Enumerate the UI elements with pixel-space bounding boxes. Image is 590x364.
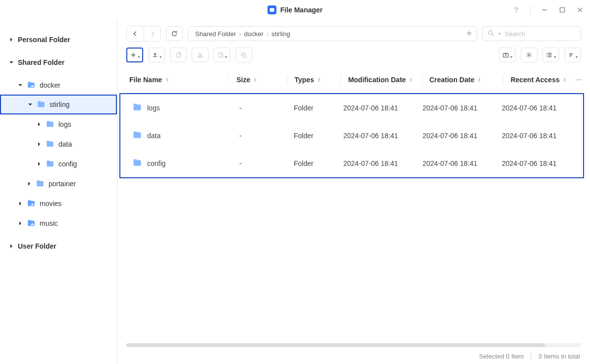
- folder-share-icon: [27, 199, 36, 208]
- search-icon: [487, 30, 494, 38]
- breadcrumb-item[interactable]: docker: [241, 30, 267, 38]
- svg-text:?: ?: [514, 6, 518, 14]
- app-title: File Manager: [280, 6, 323, 14]
- table-row[interactable]: logs - Folder 2024-07-06 18:41 2024-07-0…: [120, 94, 583, 122]
- folder-icon: [132, 130, 142, 142]
- col-header-type[interactable]: Types ▲▼: [295, 76, 341, 84]
- sort-icon: ▲▼: [317, 77, 321, 82]
- col-header-modified[interactable]: Modification Date ▲▼: [348, 76, 422, 84]
- folder-icon: [132, 103, 142, 114]
- table-header: File Name ▲▼ Size ▲▼ Types ▲▼ Modificati…: [117, 68, 588, 91]
- table-row[interactable]: data - Folder 2024-07-06 18:41 2024-07-0…: [120, 122, 583, 150]
- col-label: Creation Date: [429, 76, 475, 84]
- col-label: Types: [295, 76, 314, 84]
- tree-node-logs[interactable]: logs: [0, 114, 117, 134]
- tree-node-data[interactable]: data: [0, 134, 117, 154]
- nav-back-button[interactable]: [127, 26, 144, 41]
- columns-more-button[interactable]: ⋯: [575, 76, 588, 84]
- tree-node-stirling[interactable]: stirling: [0, 95, 117, 114]
- copy-button[interactable]: [170, 48, 187, 62]
- file-accessed: 2024-07-06 18:41: [502, 104, 571, 112]
- col-header-accessed[interactable]: Recent Access ▲▼: [511, 76, 575, 84]
- file-accessed: 2024-07-06 18:41: [502, 159, 571, 167]
- tree-node-docker[interactable]: docker: [0, 75, 117, 95]
- caret-down-icon: ▾: [138, 54, 140, 59]
- caret-icon: [36, 160, 43, 167]
- file-created: 2024-07-06 18:41: [423, 132, 502, 140]
- col-label: Size: [236, 76, 250, 84]
- view-mode-button[interactable]: ▾: [542, 48, 559, 62]
- search-box[interactable]: ▾: [482, 26, 581, 41]
- tree-node-music[interactable]: music: [0, 213, 117, 233]
- nav-forward-button[interactable]: [144, 26, 161, 41]
- settings-button[interactable]: [521, 48, 537, 62]
- scrollbar-thumb[interactable]: [126, 343, 545, 347]
- file-modified: 2024-07-06 18:41: [343, 104, 423, 112]
- search-scope-dropdown[interactable]: ▾: [498, 31, 501, 36]
- file-created: 2024-07-06 18:41: [423, 104, 502, 112]
- sort-icon: ▲▼: [478, 77, 482, 82]
- favorite-star-button[interactable]: [466, 30, 473, 38]
- caret-down-icon: ▾: [510, 54, 513, 59]
- caret-down-icon: ▾: [160, 54, 162, 59]
- breadcrumb: Shared Folder › docker › stirling: [188, 26, 477, 41]
- new-button[interactable]: ▾: [126, 48, 143, 62]
- caret-icon: [36, 121, 43, 128]
- window-maximize-button[interactable]: [558, 6, 566, 14]
- tree-node-portainer[interactable]: portainer: [0, 174, 117, 194]
- table-row[interactable]: config - Folder 2024-07-06 18:41 2024-07…: [120, 150, 583, 177]
- toolbar-nav: Shared Folder › docker › stirling ▾: [117, 20, 590, 42]
- tree-label: docker: [40, 81, 60, 89]
- caret-icon: [8, 36, 15, 43]
- breadcrumb-item[interactable]: Shared Folder: [192, 30, 239, 38]
- horizontal-scrollbar[interactable]: [126, 343, 581, 347]
- col-label: File Name: [129, 76, 162, 84]
- file-size: -: [239, 159, 294, 167]
- sidebar: Personal Folder Shared Folder docker sti…: [0, 20, 117, 364]
- upload-button[interactable]: ▾: [148, 48, 165, 62]
- folder-share-icon: [27, 81, 36, 90]
- tree-root-user[interactable]: User Folder: [0, 236, 117, 256]
- file-modified: 2024-07-06 18:41: [343, 132, 423, 140]
- window-close-button[interactable]: [576, 6, 584, 14]
- caret-down-icon: ▾: [225, 54, 227, 59]
- paste-button[interactable]: ▾: [214, 48, 230, 62]
- sort-button[interactable]: ▾: [564, 48, 581, 62]
- col-header-created[interactable]: Creation Date ▲▼: [429, 76, 503, 84]
- caret-icon: [26, 180, 33, 187]
- folder-icon: [46, 120, 54, 129]
- tree-node-movies[interactable]: movies: [0, 194, 117, 213]
- col-header-name[interactable]: File Name ▲▼: [117, 76, 229, 84]
- caret-icon: [17, 220, 24, 227]
- window-minimize-button[interactable]: [540, 6, 548, 14]
- tree-root-personal[interactable]: Personal Folder: [0, 30, 117, 50]
- file-created: 2024-07-06 18:41: [423, 159, 502, 167]
- tree-root-shared[interactable]: Shared Folder: [0, 52, 117, 72]
- sort-icon: ▲▼: [563, 77, 567, 82]
- search-input[interactable]: [505, 30, 588, 38]
- file-size: -: [239, 132, 294, 140]
- col-label: Modification Date: [348, 76, 406, 84]
- file-type: Folder: [294, 159, 343, 167]
- col-header-size[interactable]: Size ▲▼: [236, 76, 287, 84]
- tree-label: stirling: [50, 101, 69, 108]
- file-name: data: [147, 132, 161, 140]
- divider: [530, 5, 531, 14]
- tree-label: music: [40, 219, 58, 227]
- tree-node-config[interactable]: config: [0, 154, 117, 174]
- duplicate-window-button[interactable]: [235, 48, 252, 62]
- sort-icon: ▲▼: [409, 77, 413, 82]
- tree-label: portainer: [49, 180, 76, 188]
- toolbar-actions: ▾ ▾ ▾ ▾ ▾ ▾: [117, 42, 590, 68]
- open-folder-button[interactable]: ▾: [499, 48, 516, 62]
- breadcrumb-item[interactable]: stirling: [268, 30, 293, 38]
- svg-rect-18: [269, 8, 274, 12]
- cut-button[interactable]: [192, 48, 209, 62]
- tree-label: movies: [40, 200, 61, 208]
- help-button[interactable]: ?: [512, 6, 520, 14]
- folder-icon: [46, 140, 54, 149]
- refresh-button[interactable]: [166, 26, 183, 41]
- main-panel: Shared Folder › docker › stirling ▾ ▾ ▾: [117, 20, 590, 364]
- tree-label: logs: [58, 120, 71, 128]
- caret-icon: [27, 101, 34, 108]
